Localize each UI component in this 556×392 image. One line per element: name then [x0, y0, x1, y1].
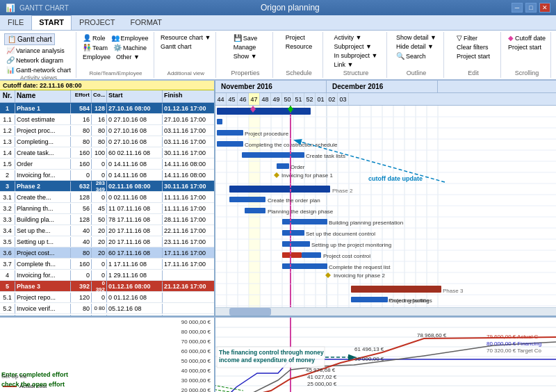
gantt-scrollbar-thumb[interactable]	[229, 308, 271, 316]
btn-show-label: Show ▼	[234, 53, 257, 60]
svg-text:income and expenditure of mone: income and expenditure of money	[219, 357, 315, 364]
btn-activity[interactable]: Activity ▼	[332, 33, 363, 42]
gantt-scrollbar[interactable]	[215, 307, 556, 316]
week-45: 45	[227, 93, 238, 106]
week-50: 50	[282, 93, 293, 106]
btn-in-subproject[interactable]: In subproject ▼	[332, 51, 379, 60]
row-nr: 1.1	[0, 115, 15, 124]
btn-employee[interactable]: Employee	[81, 53, 113, 61]
row-nr: 5.2	[0, 304, 15, 313]
btn-show[interactable]: Show ▼	[231, 52, 259, 60]
btn-employee-cap[interactable]: 👥Employee	[109, 33, 151, 42]
svg-rect-46	[242, 152, 304, 158]
table-row[interactable]: 1.5 Order 160 0 0 14.11.16 08 14.11.16 0…	[0, 158, 214, 170]
row-name: Planning th...	[15, 204, 71, 213]
row-name: Setting up t...	[15, 237, 71, 247]
employee-cap-icon: 👥	[111, 34, 120, 42]
table-row[interactable]: 1.1 Cost estimate 16 16 0 27.10.16 08 27…	[0, 114, 214, 125]
table-row[interactable]: 1 Phase 1 584 128 27.10.16 08:00 01.12.1…	[0, 103, 214, 114]
close-button[interactable]: ✕	[539, 3, 550, 13]
table-header: Nr. Name Effort Co... Start Finish	[0, 90, 214, 103]
btn-resource-sched[interactable]: Resource	[284, 42, 315, 51]
btn-gantt[interactable]: 📋 Gantt chart	[4, 33, 55, 45]
btn-machine[interactable]: ⚙️Machine	[111, 43, 149, 52]
table-row[interactable]: 3.1 Create the... 128 0 0 02.11.16 08 11…	[0, 192, 214, 203]
btn-search[interactable]: 🔍Search	[394, 51, 428, 60]
tab-start[interactable]: START	[31, 15, 72, 30]
svg-text:80 000,00 € Financing: 80 000,00 € Financing	[486, 341, 541, 347]
btn-project-start2[interactable]: Project start	[506, 43, 543, 51]
row-start: 0 27.10.16 08	[107, 115, 163, 124]
tab-file[interactable]: FILE	[0, 15, 31, 30]
table-row[interactable]: 3 Phase 2 632 283 349 02.11.16 08:00 30.…	[0, 181, 214, 192]
svg-text:50 000,00 €: 50 000,00 €	[354, 356, 384, 362]
table-row[interactable]: 5.2 Invoice verif... 80 0 80 05.12.16 08	[0, 303, 214, 314]
row-finish	[163, 274, 214, 277]
row-effort: 32	[71, 315, 92, 316]
btn-gantt-network[interactable]: 📊 Gantt-network chart	[4, 65, 73, 74]
minimize-button[interactable]: ─	[512, 3, 523, 13]
group-label-activity: Activity views	[20, 74, 58, 81]
btn-link[interactable]: Link ▼	[332, 60, 355, 69]
table-row[interactable]: 3.4 Set up the... 40 20 20 17.11.16 08 2…	[0, 225, 214, 236]
btn-variance[interactable]: 📈 Variance analysis	[4, 46, 67, 55]
btn-role[interactable]: 👤Role	[81, 33, 108, 42]
tab-format[interactable]: FORMAT	[122, 15, 170, 30]
btn-resource-chart[interactable]: Resource chart ▼	[158, 33, 213, 42]
btn-clear-filters[interactable]: Clear filters	[455, 43, 491, 51]
table-row[interactable]: 4 Invoicing for... 0 0 1 29.11.16 08	[0, 270, 214, 281]
btn-save[interactable]: 💾Save	[231, 33, 260, 42]
btn-subproject[interactable]: Subproject ▼	[332, 42, 373, 51]
row-finish: 23.11.16 17:00	[163, 237, 214, 247]
row-finish: 03.11.16 17:00	[163, 137, 214, 147]
btn-cutoff-date[interactable]: ◆Cutoff date	[506, 33, 548, 42]
cutoff-date-row: Cutoff date: 22.11.16 08:00	[0, 81, 214, 90]
y-label-90k: 90 000,00 €	[181, 319, 211, 325]
row-co: 16	[92, 115, 107, 124]
table-row[interactable]: 5 Phase 3 392 0 392 01.12.16 08:00 21.12…	[0, 281, 214, 292]
row-finish: 03.11.16 17:00	[163, 126, 214, 136]
ribbon-group-props: 💾Save Manage Show ▼ Properties	[218, 32, 273, 78]
table-row[interactable]: 3.7 Complete th... 160 0 1 17.11.16 08 1…	[0, 259, 214, 270]
row-nr: 3.2	[0, 204, 15, 213]
svg-text:Invoicing for phase 2: Invoicing for phase 2	[334, 272, 385, 279]
btn-show-detail[interactable]: Show detail ▼	[394, 33, 439, 42]
btn-team[interactable]: 👫Team	[81, 43, 110, 52]
table-row-selected[interactable]: 3.6 Project cost... 80 20 60 17.11.16 08…	[0, 247, 214, 259]
btn-gantt-chart2[interactable]: Gantt chart	[158, 42, 194, 51]
main-content: Cutoff date: 22.11.16 08:00 Nr. Name Eff…	[0, 81, 556, 317]
table-row[interactable]: 1.4 Create task... 160 100 60 02.11.16 0…	[0, 147, 214, 158]
table-row[interactable]: 1.3 Completing... 80 80 0 27.10.16 08 03…	[0, 136, 214, 147]
row-start: 27.10.16 08:00	[107, 104, 163, 113]
week-51: 51	[293, 93, 304, 106]
btn-network[interactable]: 🔗 Network diagram	[4, 56, 65, 65]
table-row[interactable]: 1.2 Project proc... 80 80 0 27.10.16 08 …	[0, 125, 214, 136]
machine-icon: ⚙️	[113, 44, 122, 51]
row-name: Ordering fac...	[15, 315, 71, 316]
tab-project[interactable]: PROJECT	[72, 15, 122, 30]
row-start: 02.11.16 08:00	[107, 181, 163, 191]
table-row[interactable]: 5.1 Project repo... 120 0 0 01.12.16 08	[0, 292, 214, 303]
btn-other[interactable]: Other ▼	[114, 53, 142, 61]
btn-filter[interactable]: ▽Filter	[455, 33, 480, 42]
group-label-structure: Structure	[343, 70, 369, 76]
table-row[interactable]: 5.3 Ordering fac... 32 96 12 08.12.16 08…	[0, 314, 214, 316]
btn-project-sched[interactable]: Project	[284, 33, 307, 42]
ribbon-group-resource: Resource chart ▼ Gantt chart Additional …	[156, 32, 216, 78]
row-name: Invoicing for...	[15, 170, 71, 180]
btn-project-start[interactable]: Project start	[455, 52, 492, 60]
btn-project-sched-label: Project	[286, 34, 305, 41]
btn-hide-detail[interactable]: Hide detail ▼	[394, 42, 436, 51]
row-co: 45	[92, 204, 107, 213]
gantt-chart-label: GANTT CHART	[19, 4, 69, 12]
table-row[interactable]: 2 Invoicing for... 0 0 0 14.11.16 08 14.…	[0, 170, 214, 181]
row-name: Complete th...	[15, 259, 71, 269]
row-nr: 3.5	[0, 237, 15, 247]
row-effort: 80	[71, 248, 92, 258]
btn-manage[interactable]: Manage	[231, 43, 259, 51]
maximize-button[interactable]: □	[525, 3, 537, 13]
table-row[interactable]: 3.2 Planning th... 56 45 11 07.11.16 08 …	[0, 203, 214, 214]
table-row[interactable]: 3.3 Building pla... 128 50 78 17.11.16 0…	[0, 214, 214, 225]
table-row[interactable]: 3.5 Setting up t... 40 20 20 17.11.16 08…	[0, 236, 214, 247]
ribbon-group-content-edit: ▽Filter Clear filters Project start	[455, 33, 492, 70]
